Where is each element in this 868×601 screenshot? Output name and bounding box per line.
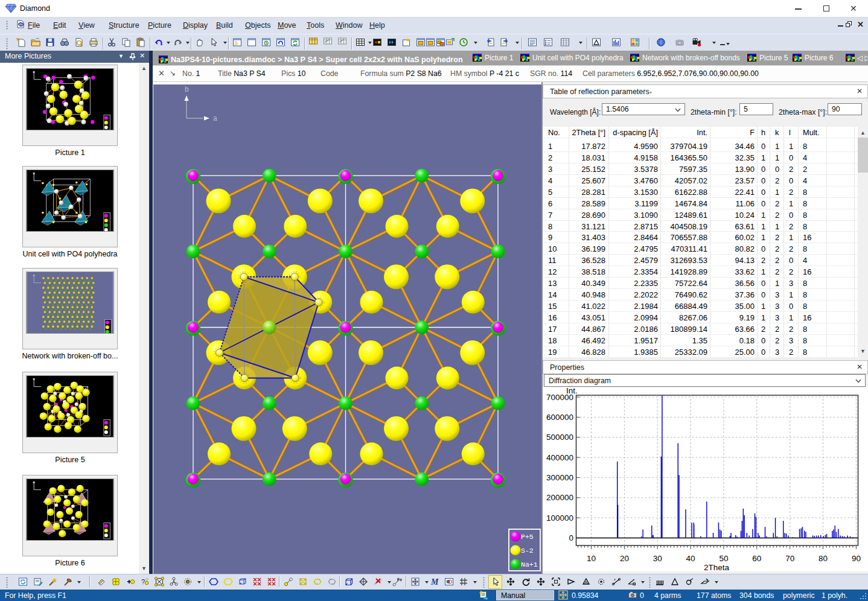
svg-text:400000: 400000 [546, 453, 573, 462]
svg-text:?: ? [141, 578, 145, 585]
svg-text:M: M [430, 577, 439, 587]
svg-text:Na+1: Na+1 [521, 561, 538, 568]
svg-text:60: 60 [752, 554, 761, 563]
svg-text:20: 20 [620, 554, 629, 563]
svg-text:40: 40 [686, 554, 695, 563]
svg-text:Fe: Fe [397, 577, 402, 582]
svg-text:50: 50 [719, 554, 728, 563]
svg-text:80: 80 [819, 554, 828, 563]
svg-text:b: b [185, 85, 189, 94]
svg-text:0: 0 [569, 533, 573, 542]
svg-text:70: 70 [785, 554, 794, 563]
svg-text:500000: 500000 [546, 433, 573, 442]
svg-text:P+5: P+5 [521, 533, 534, 541]
svg-text:600000: 600000 [546, 413, 573, 422]
svg-text:10: 10 [587, 554, 596, 563]
svg-text:S-2: S-2 [521, 547, 534, 555]
svg-text:Int.: Int. [566, 387, 578, 395]
svg-text:a: a [213, 114, 217, 122]
svg-text:300000: 300000 [546, 473, 573, 482]
svg-text:100000: 100000 [546, 514, 573, 523]
svg-text:90: 90 [852, 554, 861, 563]
svg-text:30: 30 [653, 554, 662, 563]
svg-text:2Theta: 2Theta [704, 563, 730, 571]
svg-text:200000: 200000 [546, 493, 573, 502]
